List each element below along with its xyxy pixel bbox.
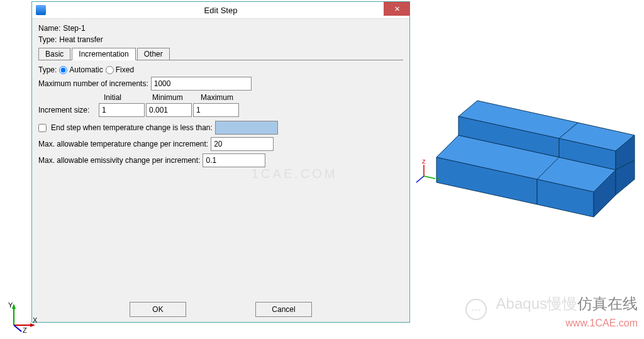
max-emis-label: Max. allowable emissivity change per inc… — [38, 156, 200, 165]
app-icon — [36, 5, 46, 15]
max-inc-label: Maximum number of increments: — [38, 79, 148, 88]
cancel-button[interactable]: Cancel — [255, 302, 312, 317]
watermark-center: 1CAE.COM — [252, 167, 337, 181]
initial-input[interactable] — [99, 103, 145, 117]
watermark-url: www.1CAE.com — [565, 318, 638, 329]
model-geometry — [436, 101, 635, 217]
watermark-text: Abaqus慢慢仿真在线 — [496, 294, 638, 314]
header-maximum: Maximum — [198, 93, 247, 102]
max-temp-label: Max. allowable temperature change per in… — [38, 140, 208, 148]
minimum-input[interactable] — [146, 103, 192, 117]
radio-automatic[interactable] — [59, 66, 67, 74]
global-axes-icon: Y X Z — [6, 301, 38, 333]
wechat-icon: ⋯ — [465, 299, 487, 320]
dialog-title: Edit Step — [204, 6, 238, 15]
edit-step-dialog: Edit Step ✕ Name: Step-1 Type: Heat tran… — [31, 1, 410, 323]
end-step-label: End step when temperature change is less… — [51, 123, 213, 132]
svg-line-13 — [416, 176, 424, 182]
svg-text:X: X — [436, 176, 440, 182]
type-value: Heat transfer — [59, 35, 103, 44]
max-temp-input[interactable] — [211, 137, 274, 151]
tab-incrementation[interactable]: Incrementation — [72, 48, 135, 60]
end-step-checkbox[interactable] — [38, 124, 47, 132]
type-label: Type: — [38, 35, 57, 44]
end-step-input[interactable] — [215, 121, 278, 135]
titlebar[interactable]: Edit Step ✕ — [32, 2, 409, 19]
model-viewport[interactable]: X Z — [405, 82, 644, 220]
svg-text:Y: Y — [8, 301, 13, 309]
inc-size-label: Increment size: — [38, 106, 99, 114]
name-value: Step-1 — [63, 24, 85, 33]
svg-text:Z: Z — [422, 158, 426, 165]
inc-type-label: Type: — [38, 65, 57, 74]
max-emis-input[interactable] — [203, 153, 265, 167]
name-label: Name: — [38, 24, 60, 33]
header-minimum: Minimum — [150, 93, 198, 102]
radio-automatic-label[interactable]: Automatic — [59, 65, 103, 74]
svg-line-12 — [424, 176, 435, 179]
svg-text:Z: Z — [23, 326, 27, 333]
tab-other[interactable]: Other — [137, 48, 170, 60]
max-inc-input[interactable] — [151, 77, 252, 91]
radio-fixed-label[interactable]: Fixed — [106, 65, 134, 74]
ok-button[interactable]: OK — [130, 302, 186, 317]
close-button[interactable]: ✕ — [384, 2, 410, 16]
svg-text:X: X — [33, 316, 38, 324]
header-initial: Initial — [101, 93, 150, 102]
svg-line-20 — [14, 325, 21, 331]
tab-basic[interactable]: Basic — [38, 48, 70, 60]
maximum-input[interactable] — [193, 103, 239, 117]
radio-fixed[interactable] — [106, 66, 114, 74]
